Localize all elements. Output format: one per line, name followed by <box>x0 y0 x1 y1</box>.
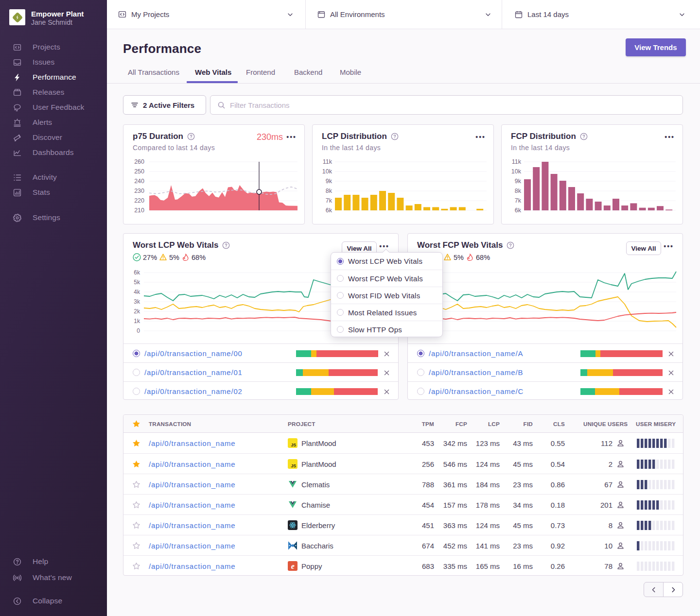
svg-text:7k: 7k <box>326 197 332 204</box>
svg-text:e: e <box>291 562 295 570</box>
svg-text:7k: 7k <box>515 197 522 204</box>
svg-text:9k: 9k <box>326 178 332 185</box>
svg-text:6k: 6k <box>515 207 522 214</box>
svg-text:0: 0 <box>137 327 140 334</box>
svg-text:8k: 8k <box>515 188 522 194</box>
svg-text:JS: JS <box>291 463 297 468</box>
svg-text:4k: 4k <box>134 289 140 295</box>
svg-text:6k: 6k <box>134 269 140 276</box>
svg-text:260: 260 <box>134 158 144 165</box>
svg-text:8k: 8k <box>326 188 332 194</box>
svg-text:5k: 5k <box>134 279 140 286</box>
svg-text:250: 250 <box>134 168 144 175</box>
svg-text:2k: 2k <box>134 308 140 315</box>
svg-text:6k: 6k <box>326 207 332 214</box>
svg-text:220: 220 <box>134 197 144 204</box>
svg-text:11k: 11k <box>512 158 522 165</box>
svg-text:11k: 11k <box>323 158 332 165</box>
svg-text:1k: 1k <box>134 318 140 325</box>
svg-text:230: 230 <box>134 188 144 194</box>
svg-text:3k: 3k <box>134 298 140 305</box>
svg-text:JS: JS <box>291 443 297 447</box>
svg-text:10k: 10k <box>322 168 332 175</box>
svg-text:210: 210 <box>134 207 144 214</box>
svg-text:9k: 9k <box>515 178 522 185</box>
svg-text:240: 240 <box>134 178 144 185</box>
svg-text:10k: 10k <box>511 168 522 175</box>
